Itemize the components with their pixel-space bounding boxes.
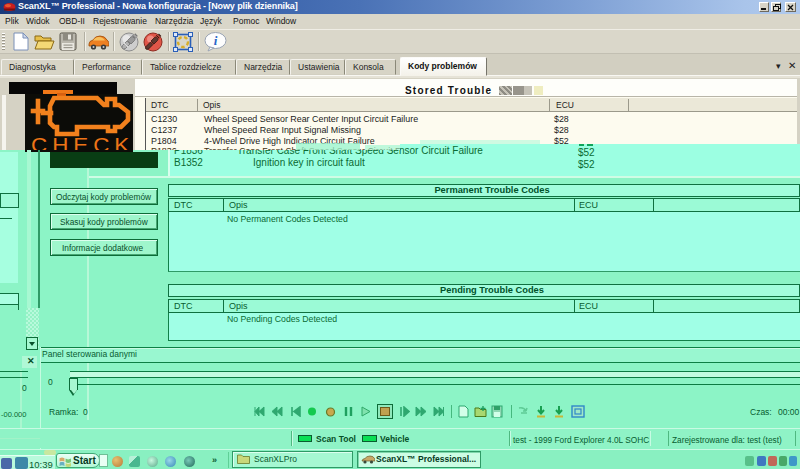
svg-text:i: i	[214, 33, 218, 48]
